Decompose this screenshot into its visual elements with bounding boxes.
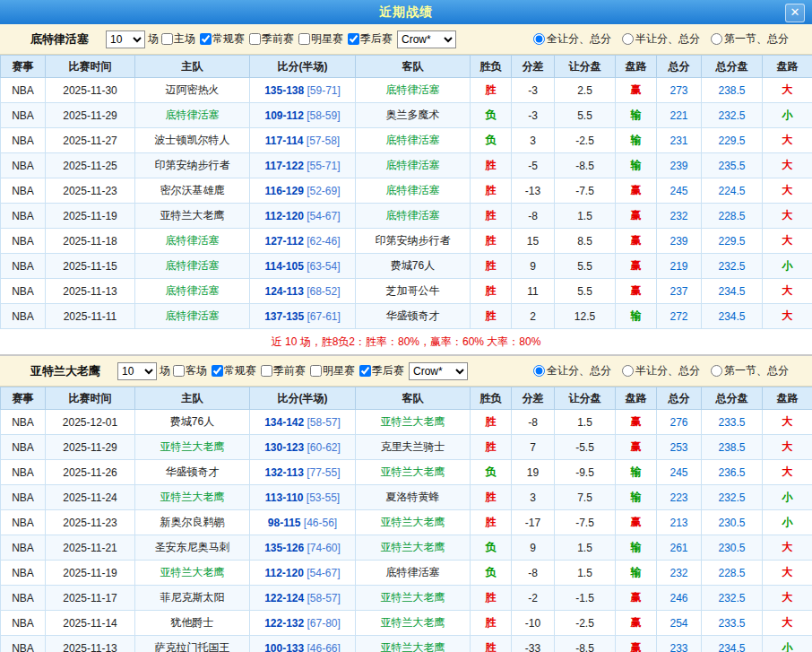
checkbox-input-4[interactable]	[359, 365, 371, 377]
point-diff-cell: 15	[512, 229, 555, 254]
score-cell: 132-113 [77-55]	[250, 460, 356, 485]
checkbox-input-3[interactable]	[310, 365, 322, 377]
checkbox-option-4[interactable]: 季后赛	[357, 363, 404, 378]
total-line-cell: 229.5	[702, 128, 763, 153]
checkbox-input-2[interactable]	[249, 33, 261, 45]
checkbox-option-1[interactable]: 常规赛	[209, 363, 256, 378]
table-row: NBA2025-11-29亚特兰大老鹰130-123 [60-62]克里夫兰骑士…	[1, 435, 812, 460]
radio-input-2[interactable]	[711, 33, 722, 45]
table-row: NBA2025-11-13萨克拉门托国王100-133 [46-66]亚特兰大老…	[1, 636, 812, 652]
score-main: 124-113	[264, 285, 303, 298]
home-team-cell: 亚特兰大老鹰	[135, 435, 250, 460]
total-points-cell: 239	[657, 153, 702, 178]
checkbox-option-2[interactable]: 季前赛	[258, 363, 306, 378]
checkbox-input-1[interactable]	[200, 33, 212, 45]
away-team-cell: 底特律活塞	[356, 153, 471, 178]
radio-input-0[interactable]	[533, 365, 545, 377]
checkbox-input-3[interactable]	[298, 33, 310, 45]
win-loss-cell: 胜	[471, 78, 512, 103]
score-main: 130-123	[264, 441, 304, 454]
home-team-cell: 底特律活塞	[135, 254, 250, 279]
radio-option-2[interactable]: 第一节、总分	[711, 31, 789, 47]
date-cell: 2025-11-18	[46, 229, 135, 254]
column-header: 比赛时间	[46, 387, 135, 410]
checkbox-option-2[interactable]: 季前赛	[246, 31, 294, 47]
handicap-line-cell: 5.5	[555, 279, 616, 304]
date-cell: 2025-11-26	[46, 460, 135, 485]
league-cell: NBA	[1, 586, 46, 611]
radio-input-1[interactable]	[622, 33, 634, 45]
games-count-select[interactable]: 10	[117, 362, 157, 380]
date-cell: 2025-11-19	[46, 561, 135, 586]
radio-option-1[interactable]: 半让分、总分	[622, 363, 700, 378]
odds-company-select[interactable]: Crow*	[409, 362, 468, 380]
results-table: 赛事比赛时间主队比分(半场)客队胜负分差让分盘盘路总分总分盘盘路NBA2025-…	[0, 55, 812, 329]
score-half: [77-55]	[304, 466, 341, 479]
over-under-cell: 大	[763, 204, 812, 229]
score-half: [59-71]	[304, 84, 341, 97]
handicap-line-cell: -8.5	[555, 153, 616, 178]
league-cell: NBA	[1, 254, 46, 279]
checkbox-input-1[interactable]	[212, 365, 223, 377]
checkbox-option-3[interactable]: 明星赛	[307, 363, 355, 378]
over-under-cell: 小	[763, 103, 812, 128]
checkbox-input-0[interactable]	[161, 33, 173, 45]
checkbox-label-text: 客场	[186, 363, 207, 378]
column-header: 比赛时间	[46, 56, 135, 78]
total-points-cell: 233	[657, 636, 702, 652]
over-under-cell: 大	[763, 78, 812, 103]
score-cell: 116-129 [52-69]	[250, 178, 356, 204]
radio-option-0[interactable]: 全让分、总分	[533, 31, 611, 47]
checkbox-input-2[interactable]	[261, 365, 272, 377]
date-cell: 2025-11-30	[46, 78, 135, 103]
league-cell: NBA	[1, 304, 46, 329]
score-half: [67-80]	[304, 617, 341, 630]
table-row: NBA2025-11-21圣安东尼奥马刺135-126 [74-60]亚特兰大老…	[1, 535, 812, 561]
radio-option-0[interactable]: 全让分、总分	[533, 363, 611, 378]
column-header: 客队	[356, 56, 471, 78]
games-count-select[interactable]: 10	[106, 30, 145, 48]
date-cell: 2025-11-25	[46, 153, 135, 178]
total-points-cell: 272	[657, 304, 702, 329]
checkbox-input-0[interactable]	[173, 365, 185, 377]
checkbox-option-0[interactable]: 主场	[159, 31, 195, 47]
checkbox-option-1[interactable]: 常规赛	[197, 31, 245, 47]
score-main: 135-138	[264, 84, 304, 97]
radio-option-2[interactable]: 第一节、总分	[711, 363, 789, 378]
column-header: 盘路	[763, 56, 812, 78]
total-line-cell: 232.5	[702, 254, 763, 279]
point-diff-cell: 11	[512, 279, 555, 304]
score-cell: 127-112 [62-46]	[250, 229, 356, 254]
away-team-cell: 芝加哥公牛	[356, 279, 471, 304]
checkbox-option-3[interactable]: 明星赛	[296, 31, 343, 47]
point-diff-cell: -5	[512, 153, 555, 178]
checkbox-option-0[interactable]: 客场	[170, 363, 207, 378]
score-main: 134-142	[264, 416, 304, 429]
handicap-result-cell: 赢	[616, 229, 657, 254]
home-team-cell: 底特律活塞	[135, 304, 250, 329]
total-points-cell: 237	[657, 279, 702, 304]
radio-label-text: 半让分、总分	[635, 363, 700, 378]
radio-input-2[interactable]	[711, 365, 722, 377]
home-team-cell: 菲尼克斯太阳	[135, 586, 250, 611]
league-cell: NBA	[1, 178, 46, 204]
handicap-result-cell: 赢	[616, 204, 657, 229]
home-team-cell: 新奥尔良鹈鹕	[135, 510, 250, 535]
score-main: 116-129	[264, 185, 303, 197]
total-line-cell: 224.5	[702, 178, 763, 204]
radio-input-0[interactable]	[533, 33, 545, 45]
close-icon[interactable]: ✕	[785, 4, 805, 22]
column-header: 让分盘	[555, 56, 616, 78]
point-diff-cell: -8	[512, 561, 555, 586]
radio-option-1[interactable]: 半让分、总分	[622, 31, 700, 47]
checkbox-label-text: 季前赛	[273, 363, 306, 378]
total-points-cell: 245	[657, 460, 702, 485]
checkbox-input-4[interactable]	[348, 33, 359, 45]
over-under-cell: 小	[763, 254, 812, 279]
radio-input-1[interactable]	[622, 365, 634, 377]
checkbox-option-4[interactable]: 季后赛	[345, 31, 393, 47]
checkbox-label-text: 常规赛	[224, 363, 256, 378]
summary-row: 近 10 场，胜8负2：胜率：80%，赢率：60% 大率：80%	[0, 329, 812, 355]
odds-company-select[interactable]: Crow*	[397, 30, 456, 48]
over-under-cell: 小	[763, 485, 812, 510]
